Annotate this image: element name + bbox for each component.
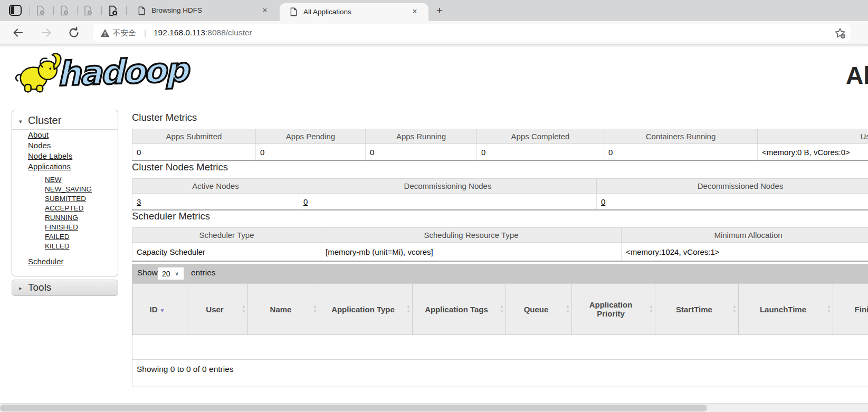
- col-application-type[interactable]: Application Type▲▼: [319, 284, 413, 335]
- pinned-tab-3[interactable]: [83, 5, 93, 16]
- tab-browsing-hdfs[interactable]: Browsing HDFS ×: [128, 0, 279, 21]
- col-apps-running: Apps Running: [366, 129, 477, 144]
- blocked-file-icon: [108, 5, 119, 16]
- url-text: 192.168.0.113:8088/cluster: [154, 24, 252, 42]
- pinned-tab-1[interactable]: [35, 5, 46, 16]
- tab-separator: [126, 6, 127, 15]
- sidebar-tools-section[interactable]: ▸ Tools: [12, 280, 118, 296]
- table-header-row: Scheduler Type Scheduling Resource Type …: [132, 228, 868, 243]
- decommissioned-nodes-link[interactable]: 0: [601, 197, 605, 206]
- page-icon: [137, 6, 146, 15]
- back-button[interactable]: [12, 26, 24, 39]
- sidebar-item-node-labels[interactable]: Node Labels: [28, 151, 72, 160]
- scrollbar-thumb[interactable]: [0, 405, 707, 411]
- col-queue[interactable]: Queue▲▼: [506, 284, 572, 335]
- close-icon[interactable]: ×: [260, 5, 270, 16]
- table-row: 3 0 0: [132, 194, 868, 210]
- security-label: 不安全: [113, 24, 136, 42]
- tab-all-applications[interactable]: All Applications ×: [280, 3, 428, 21]
- sidebar-item-killed[interactable]: KILLED: [45, 242, 70, 250]
- tab-separator: [101, 6, 102, 15]
- sidebar-cluster-title[interactable]: Cluster: [28, 114, 61, 127]
- sidebar-item-new[interactable]: NEW: [45, 176, 62, 184]
- col-application-tags[interactable]: Application Tags▲▼: [413, 284, 506, 335]
- table-row: Capacity Scheduler [memory-mb (unit=Mi),…: [132, 243, 868, 262]
- sidebar-item-accepted[interactable]: ACCEPTED: [45, 204, 84, 212]
- favorite-star-icon[interactable]: [834, 27, 846, 40]
- col-scheduling-resource-type: Scheduling Resource Type: [321, 228, 622, 243]
- divider: [12, 129, 118, 130]
- hadoop-logo-text: hadoop: [56, 51, 188, 94]
- sort-icons: ▲▼: [566, 304, 570, 314]
- sidebar-item-finished[interactable]: FINISHED: [45, 223, 78, 231]
- forward-button[interactable]: [40, 26, 53, 39]
- blocked-file-icon: [35, 5, 46, 16]
- scheduler-metrics-table: Scheduler Type Scheduling Resource Type …: [132, 227, 868, 262]
- pinned-tab-4[interactable]: [108, 5, 118, 16]
- col-scheduler-type: Scheduler Type: [132, 228, 321, 243]
- pinned-tab-2[interactable]: [59, 5, 70, 16]
- chevron-down-icon[interactable]: ▾: [19, 118, 22, 125]
- table-header-row: ID▼ User▲▼ Name▲▼ Application Type▲▼ App…: [133, 284, 868, 335]
- tab-title: Browsing HDFS: [151, 6, 202, 14]
- sidebar-item-new-saving[interactable]: NEW_SAVING: [45, 185, 92, 193]
- col-application-priority[interactable]: Application Priority▲▼: [572, 284, 655, 335]
- col-name[interactable]: Name▲▼: [248, 284, 319, 335]
- not-secure-warning-icon[interactable]: [100, 28, 110, 37]
- cluster-metrics-heading: Cluster Metrics: [132, 112, 197, 123]
- scheduler-type-value: Capacity Scheduler: [132, 243, 321, 262]
- sidebar-item-nodes[interactable]: Nodes: [28, 141, 51, 150]
- tab-separator: [53, 6, 54, 15]
- new-tab-button[interactable]: +: [433, 4, 446, 17]
- table-info-text: Showing 0 to 0 of 0 entries: [137, 365, 234, 374]
- active-nodes-link[interactable]: 3: [137, 197, 141, 206]
- apps-pending-value: 0: [256, 144, 366, 161]
- toolbar-shadow: [0, 45, 868, 47]
- show-label: Show: [137, 268, 158, 277]
- page-size-select[interactable]: 20 ∨: [158, 267, 184, 280]
- sidebar-item-about[interactable]: About: [28, 130, 49, 139]
- col-active-nodes: Active Nodes: [132, 179, 299, 194]
- table-row: 0 0 0 0 0 <memory:0 B, vCores:0>: [132, 144, 868, 161]
- refresh-button[interactable]: [68, 26, 80, 39]
- cluster-nodes-metrics-heading: Cluster Nodes Metrics: [132, 161, 228, 173]
- close-icon[interactable]: ×: [409, 6, 420, 17]
- url-path: :8088/cluster: [205, 28, 252, 37]
- sidebar-tools-title: Tools: [28, 282, 51, 293]
- page-size-value: 20: [162, 270, 170, 278]
- col-decommissioning-nodes: Decommissioning Nodes: [299, 179, 597, 194]
- sidebar-item-running[interactable]: RUNNING: [45, 214, 78, 222]
- browser-window: Browsing HDFS × All Applications × + 不安全…: [0, 0, 868, 412]
- chevron-down-icon: ∨: [175, 271, 179, 276]
- col-finishtime[interactable]: FinishTime▲▼: [833, 284, 868, 335]
- table-header-row: Active Nodes Decommissioning Nodes Decom…: [132, 179, 868, 194]
- sidebar-item-submitted[interactable]: SUBMITTED: [45, 195, 86, 203]
- horizontal-scrollbar[interactable]: [0, 403, 868, 412]
- sidebar-item-scheduler[interactable]: Scheduler: [28, 257, 64, 266]
- table-length-toolbar: Show 20 ∨ entries: [132, 264, 868, 283]
- sidebar-item-applications[interactable]: Applications: [28, 162, 71, 171]
- minimum-allocation-value: <memory:1024, vCores:1>: [622, 243, 868, 262]
- sort-icons: ▲▼: [406, 304, 411, 314]
- sidebar-item-failed[interactable]: FAILED: [45, 233, 70, 241]
- col-id[interactable]: ID▼: [133, 284, 187, 335]
- col-user[interactable]: User▲▼: [187, 284, 248, 335]
- col-launchtime[interactable]: LaunchTime▲▼: [739, 284, 833, 335]
- entries-label: entries: [191, 268, 216, 277]
- sort-icons: ▲▼: [242, 304, 246, 314]
- cluster-nodes-metrics-table: Active Nodes Decommissioning Nodes Decom…: [132, 178, 868, 210]
- workspaces-icon[interactable]: [9, 5, 22, 16]
- viewport-left-edge: [5, 45, 5, 403]
- apps-running-value: 0: [366, 144, 477, 161]
- blocked-file-icon: [59, 5, 70, 16]
- url-host: 192.168.0.113: [154, 28, 205, 37]
- decommissioning-nodes-link[interactable]: 0: [303, 197, 308, 206]
- table-header-row: Apps Submitted Apps Pending Apps Running…: [132, 129, 868, 144]
- col-starttime[interactable]: StartTime▲▼: [655, 284, 739, 335]
- tab-separator: [30, 6, 30, 15]
- apps-submitted-value: 0: [132, 144, 256, 161]
- tab-separator: [77, 6, 78, 15]
- col-used-resources: Used Resources: [758, 129, 868, 144]
- hadoop-logo: hadoop: [12, 50, 202, 98]
- sort-icons: ▲▼: [827, 304, 831, 314]
